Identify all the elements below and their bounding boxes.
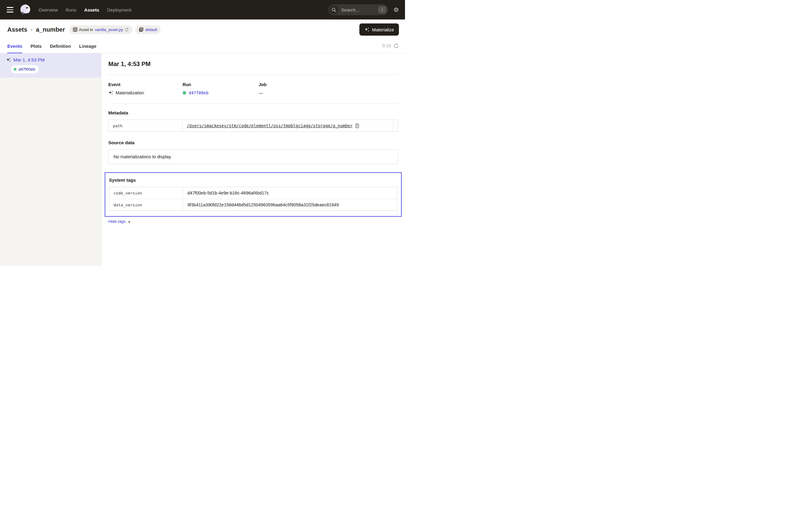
hide-tags-link[interactable]: Hide tags ▲ (108, 219, 131, 224)
run-status-dot (182, 91, 186, 95)
run-link[interactable]: d47f00eb (189, 91, 208, 95)
asset-definition-badge[interactable]: Asset in vanilla_asset.py (69, 25, 133, 34)
search-input[interactable]: Search... / (328, 4, 388, 15)
event-list-item[interactable]: Mar 1, 4:53 PM d47f00eb (0, 53, 101, 78)
asset-file-link[interactable]: vanilla_asset.py (95, 27, 123, 32)
asset-tabs: Events Plots Definition Lineage (7, 38, 96, 53)
event-title: Mar 1, 4:53 PM (108, 61, 398, 68)
dagster-logo[interactable] (19, 4, 31, 16)
auto-refresh: 0:13 (383, 38, 399, 53)
tab-definition[interactable]: Definition (50, 38, 71, 53)
run-id-badge[interactable]: d47f00eb (11, 65, 39, 73)
tab-plots[interactable]: Plots (30, 38, 42, 53)
menu-icon[interactable] (7, 7, 14, 13)
caret-up-icon: ▲ (128, 220, 131, 223)
table-row: data_version 9f3b411a390fd22e158d446d5d1… (109, 199, 397, 211)
page-header: Assets › a_number Asset in vanilla_asset… (0, 19, 405, 38)
source-data-empty: No materializations to display. (108, 149, 398, 164)
table-row: path /Users/smackesey/stm/code/elementl/… (109, 120, 398, 131)
nav-item-overview[interactable]: Overview (39, 7, 58, 13)
job-value: — (259, 91, 398, 95)
system-tags-heading: System tags (109, 177, 398, 182)
breadcrumb-assets-link[interactable]: Assets (7, 26, 27, 33)
slash-shortcut-badge: / (378, 6, 386, 13)
repo-link[interactable]: default (145, 27, 157, 32)
tag-value: 9f3b411a390fd22e158d446d5d12504963596aa6… (183, 199, 397, 211)
divider (108, 75, 398, 75)
sparkle-icon (364, 27, 369, 32)
asset-badge-prefix: Asset in (79, 27, 93, 32)
refresh-icon[interactable] (394, 43, 399, 48)
refresh-countdown: 0:13 (383, 43, 391, 48)
page-title: a_number (36, 26, 65, 33)
divider (108, 103, 398, 104)
tab-events[interactable]: Events (7, 38, 22, 53)
reload-definitions-icon[interactable] (125, 28, 129, 32)
materialize-label: Materialize (372, 27, 394, 32)
gear-icon[interactable]: ⚙ (393, 7, 399, 13)
repo-icon (139, 27, 143, 32)
nav-item-assets[interactable]: Assets (84, 7, 99, 13)
search-icon (329, 5, 338, 14)
metadata-key: path (109, 120, 182, 131)
tag-value: d47f00eb-5d1b-4e9e-b18c-4896af4bd17c (183, 187, 397, 199)
copy-icon[interactable] (355, 123, 359, 128)
materialization-sparkle-icon (6, 58, 11, 62)
source-data-heading: Source data (108, 140, 398, 145)
metadata-action-cell (393, 120, 398, 131)
nav-right: Search... / ⚙ (328, 4, 399, 15)
nav-item-deployment[interactable]: Deployment (107, 7, 131, 13)
tag-key: code_version (109, 187, 183, 199)
hide-tags-label: Hide tags (108, 219, 126, 224)
nav-item-runs[interactable]: Runs (66, 7, 76, 13)
repository-badge[interactable]: default (135, 25, 161, 34)
run-id: d47f00eb (19, 67, 35, 71)
tabs-bar: Events Plots Definition Lineage 0:13 (0, 38, 405, 53)
table-row: code_version d47f00eb-5d1b-4e9e-b18c-489… (109, 187, 397, 199)
primary-nav: Overview Runs Assets Deployment (39, 7, 131, 13)
materialization-sparkle-icon (108, 91, 113, 95)
event-label: Event (108, 82, 182, 87)
metadata-table: path /Users/smackesey/stm/code/elementl/… (108, 119, 398, 132)
metadata-heading: Metadata (108, 110, 398, 115)
content: Mar 1, 4:53 PM d47f00eb Mar 1, 4:53 PM E… (0, 53, 405, 266)
event-detail-panel: Mar 1, 4:53 PM Event Materialization (101, 53, 405, 266)
system-tags-table: code_version d47f00eb-5d1b-4e9e-b18c-489… (109, 187, 398, 211)
job-label: Job (259, 82, 398, 87)
app-window: Overview Runs Assets Deployment Search..… (0, 0, 405, 266)
search-placeholder: Search... (341, 7, 378, 13)
event-timestamp: Mar 1, 4:53 PM (13, 57, 45, 62)
run-label: Run (182, 82, 259, 87)
top-nav: Overview Runs Assets Deployment Search..… (0, 0, 405, 19)
tag-key: data_version (109, 199, 183, 211)
event-list-sidebar: Mar 1, 4:53 PM d47f00eb (0, 53, 101, 266)
materialize-button[interactable]: Materialize (359, 23, 399, 36)
metadata-path-link[interactable]: /Users/smackesey/stm/code/elementl/oss/t… (187, 123, 353, 128)
event-type: Materialization (116, 91, 144, 95)
breadcrumb-separator-icon: › (31, 26, 33, 33)
run-status-dot (14, 68, 16, 70)
event-facts: Event Materialization Run (108, 82, 398, 95)
tab-lineage[interactable]: Lineage (79, 38, 96, 53)
system-tags-section: System tags code_version d47f00eb-5d1b-4… (105, 172, 402, 217)
table-icon (73, 27, 77, 32)
